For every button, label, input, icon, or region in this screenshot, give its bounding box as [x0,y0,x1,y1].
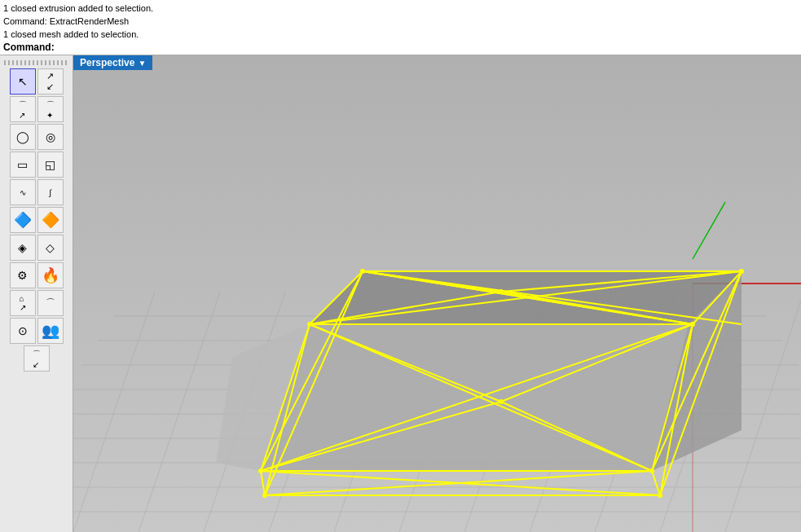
sb-curve1[interactable]: ⌒↗ [10,96,36,122]
viewport-dropdown-arrow[interactable]: ▼ [138,59,146,68]
svg-point-59 [360,269,365,274]
cmd-line-3: 1 closed mesh added to selection. [3,28,798,41]
svg-point-64 [649,468,654,473]
sb-circle2[interactable]: ◎ [37,124,64,150]
cmd-line-1: 1 closed extrusion added to selection. [3,2,798,15]
sb-select-tool[interactable]: ↖ [10,68,36,95]
sb-3d2[interactable]: 🔶 [37,207,64,233]
sidebar-row-3d2: ◈ ◇ [2,235,71,261]
sidebar-row-snap: ⊙ 👥 [2,318,71,344]
sb-rect1[interactable]: ▭ [10,152,36,178]
sb-tool2[interactable]: 🔥 [37,262,64,288]
sb-circle1[interactable]: ◯ [10,124,36,150]
svg-point-67 [499,399,504,404]
svg-point-66 [658,493,662,498]
svg-point-68 [499,289,504,294]
sb-snap2[interactable]: 👥 [37,318,64,344]
sidebar-row-bottom: ⌒↙ [2,345,71,372]
viewport-name: Perspective [80,57,134,68]
sb-bottom1[interactable]: ⌒↙ [24,345,50,372]
sb-mesh1[interactable]: ◈ [10,235,36,261]
cmd-line-2: Command: ExtractRenderMesh [3,15,798,28]
sb-freeform2[interactable]: ∫ [37,179,64,205]
svg-point-63 [258,468,263,473]
sb-tool3[interactable]: ⌂↗ [10,290,36,316]
sidebar-row-rect: ▭ ◱ [2,152,71,178]
svg-point-65 [262,493,267,498]
sb-rect2[interactable]: ◱ [37,152,64,178]
command-prompt[interactable]: Command: [3,41,798,54]
sb-3d1[interactable]: 🔷 [10,207,36,233]
viewport-3d[interactable]: Perspective ▼ [73,55,801,532]
sb-tool1[interactable]: ⚙ [10,262,36,288]
viewport-canvas [73,55,801,532]
sidebar: ↖ ↗↙ ⌒↗ ⌒✦ ◯ ◎ ▭ ◱ ∿ ∫ 🔷 🔶 ◈ ◇ ⚙ 🔥 ⌂↗ ⌒ … [0,55,73,532]
sidebar-row-select: ↖ ↗↙ [2,68,71,95]
sidebar-row-tools2: ⌂↗ ⌒ [2,290,71,316]
sb-mesh2[interactable]: ◇ [37,235,64,261]
sb-curve2[interactable]: ⌒✦ [37,96,64,122]
sb-select-tool-2[interactable]: ↗↙ [37,68,64,95]
sidebar-row-tools1: ⚙ 🔥 [2,262,71,288]
viewport-label: Perspective ▼ [73,55,152,70]
svg-point-61 [690,322,695,327]
sidebar-row-circle: ◯ ◎ [2,124,71,150]
sidebar-row-3d1: 🔷 🔶 [2,207,71,233]
sb-tool4[interactable]: ⌒ [37,290,64,316]
sidebar-row-curve3: ∿ ∫ [2,179,71,205]
sb-freeform1[interactable]: ∿ [10,179,36,205]
command-area: 1 closed extrusion added to selection. C… [0,0,801,55]
svg-point-60 [739,269,744,274]
svg-point-62 [307,322,312,327]
sb-snap1[interactable]: ⊙ [10,318,36,344]
sidebar-drag-handle [4,60,69,65]
sidebar-row-curve1: ⌒↗ ⌒✦ [2,96,71,122]
